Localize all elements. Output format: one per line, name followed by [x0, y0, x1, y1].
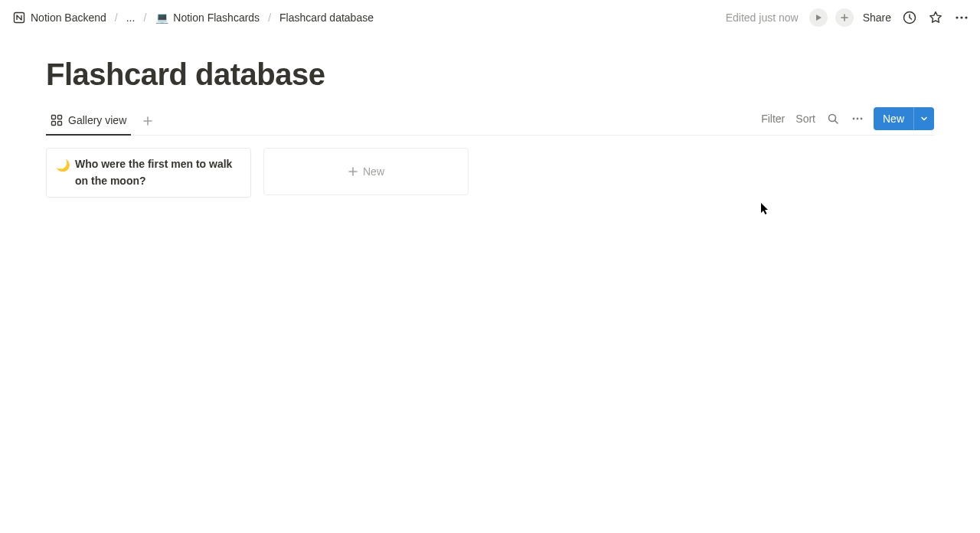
page-title[interactable]: Flashcard database	[46, 57, 934, 92]
chevron-down-icon	[920, 115, 928, 123]
plus-icon	[142, 116, 153, 126]
breadcrumb-ellipsis[interactable]: ...	[123, 10, 139, 25]
share-button[interactable]: Share	[861, 10, 893, 25]
breadcrumb-current[interactable]: Flashcard database	[276, 10, 377, 25]
breadcrumb-separator: /	[114, 11, 119, 24]
laptop-icon: 💻	[155, 11, 168, 25]
plus-icon	[840, 13, 849, 22]
breadcrumb-separator: /	[267, 11, 272, 24]
svg-rect-8	[58, 121, 62, 125]
breadcrumb-root[interactable]: Notion Backend	[9, 9, 109, 26]
svg-point-11	[857, 118, 859, 120]
add-button[interactable]	[835, 8, 854, 27]
svg-point-4	[965, 16, 967, 18]
svg-point-3	[960, 16, 962, 18]
svg-point-10	[853, 118, 855, 120]
plus-icon	[348, 166, 358, 177]
view-controls: Filter Sort New	[760, 107, 934, 135]
cursor-icon	[761, 203, 770, 217]
page-body: Flashcard database Gallery view Filter S…	[0, 34, 980, 198]
new-button-label: New	[874, 113, 913, 125]
breadcrumb-parent[interactable]: 💻 Notion Flashcards	[152, 9, 263, 26]
more-horizontal-icon	[954, 10, 969, 25]
topbar-right: Edited just now Share	[726, 8, 971, 27]
new-button-dropdown[interactable]	[914, 115, 934, 123]
view-tabs: Gallery view	[46, 108, 158, 135]
gallery-card[interactable]: 🌙 Who were the first men to walk on the …	[46, 148, 251, 198]
search-icon	[827, 113, 839, 125]
filter-button[interactable]: Filter	[760, 111, 786, 126]
gallery-new-card-label: New	[363, 165, 384, 178]
svg-rect-7	[52, 121, 56, 125]
breadcrumb-current-label: Flashcard database	[279, 11, 374, 24]
clock-icon	[902, 10, 917, 25]
sort-button[interactable]: Sort	[794, 111, 817, 126]
breadcrumb-ellipsis-label: ...	[126, 11, 136, 24]
svg-rect-5	[52, 115, 56, 119]
gallery: 🌙 Who were the first men to walk on the …	[46, 136, 934, 198]
view-options-button[interactable]	[849, 110, 866, 127]
topbar: Notion Backend / ... / 💻 Notion Flashcar…	[0, 0, 980, 34]
new-button[interactable]: New	[874, 107, 934, 130]
svg-point-2	[956, 16, 958, 18]
breadcrumb-root-label: Notion Backend	[31, 11, 106, 24]
view-row: Gallery view Filter Sort New	[46, 107, 934, 136]
play-button[interactable]	[809, 8, 828, 27]
favorite-button[interactable]	[926, 8, 945, 27]
view-tab-label: Gallery view	[68, 114, 126, 126]
search-button[interactable]	[825, 110, 841, 127]
more-button[interactable]	[952, 8, 971, 27]
gallery-card-title: Who were the first men to walk on the mo…	[75, 156, 241, 189]
breadcrumb-separator: /	[142, 11, 147, 24]
star-icon	[928, 10, 943, 25]
more-horizontal-icon	[851, 112, 864, 126]
breadcrumb-parent-label: Notion Flashcards	[173, 11, 260, 24]
edited-label: Edited just now	[726, 11, 799, 24]
svg-rect-6	[58, 115, 62, 119]
view-tab-gallery[interactable]: Gallery view	[46, 108, 131, 136]
add-view-button[interactable]	[137, 110, 158, 132]
moon-icon: 🌙	[56, 156, 70, 174]
play-icon	[815, 14, 822, 21]
notion-logo-icon	[12, 11, 26, 25]
svg-point-12	[861, 118, 863, 120]
updates-button[interactable]	[900, 8, 919, 27]
gallery-new-card[interactable]: New	[263, 148, 469, 195]
gallery-icon	[51, 114, 63, 126]
breadcrumb: Notion Backend / ... / 💻 Notion Flashcar…	[9, 9, 377, 26]
